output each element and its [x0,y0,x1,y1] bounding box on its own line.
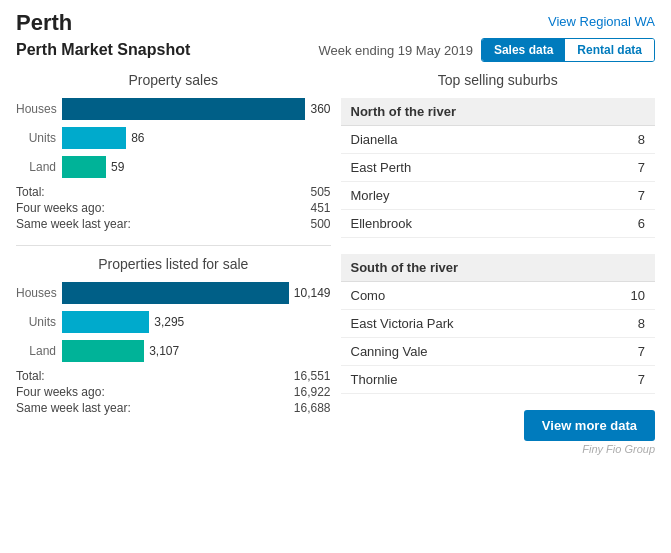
suburb-name-evp: East Victoria Park [351,316,454,331]
stats-row-total-sales: Total: 505 [16,185,331,199]
bar-track-land-sales: 59 [62,156,331,178]
bar-value-units-listed: 3,295 [154,315,184,329]
suburb-count-ellenbrook: 6 [638,216,645,231]
watermark: Finy Fio Group [341,443,656,455]
tab-sales[interactable]: Sales data [482,39,565,61]
header-row: Perth Market Snapshot Week ending 19 May… [16,38,655,62]
top-bar: Perth View Regional WA [16,10,655,36]
suburb-name-como: Como [351,288,386,303]
stats-row-4wk-listed: Four weeks ago: 16,922 [16,385,331,399]
suburb-row-ellenbrook: Ellenbrook 6 [341,210,656,238]
suburb-count-como: 10 [631,288,645,303]
south-suburbs-section: South of the river Como 10 East Victoria… [341,254,656,394]
bar-value-houses-listed: 10,149 [294,286,331,300]
bar-label-houses-listed: Houses [16,286,62,300]
properties-listed-section: Properties listed for sale Houses 10,149… [16,256,331,415]
bar-track-units-listed: 3,295 [62,311,331,333]
right-col: Top selling suburbs North of the river D… [341,72,656,455]
suburb-row-morley: Morley 7 [341,182,656,210]
suburb-count-canningvale: 7 [638,344,645,359]
bar-track-units-sales: 86 [62,127,331,149]
property-sales-title: Property sales [16,72,331,88]
stats-label-total-sales: Total: [16,185,45,199]
stats-val-lastyear-sales: 500 [310,217,330,231]
bar-label-units-listed: Units [16,315,62,329]
suburb-count-evp: 8 [638,316,645,331]
suburb-name-canningvale: Canning Vale [351,344,428,359]
tab-rental[interactable]: Rental data [565,39,654,61]
stats-row-lastyear-listed: Same week last year: 16,688 [16,401,331,415]
bar-track-houses-listed: 10,149 [62,282,331,304]
stats-val-total-sales: 505 [310,185,330,199]
top-selling-title: Top selling suburbs [341,72,656,88]
suburb-row-thornlie: Thornlie 7 [341,366,656,394]
bar-row-houses-sales: Houses 360 [16,98,331,120]
bar-track-houses-sales: 360 [62,98,331,120]
suburb-name-eastperth: East Perth [351,160,412,175]
north-suburbs-section: North of the river Dianella 8 East Perth… [341,98,656,238]
properties-listed-stats: Total: 16,551 Four weeks ago: 16,922 Sam… [16,369,331,415]
suburb-name-morley: Morley [351,188,390,203]
suburb-name-ellenbrook: Ellenbrook [351,216,412,231]
suburb-row-evp: East Victoria Park 8 [341,310,656,338]
bar-label-units-sales: Units [16,131,62,145]
stats-val-lastyear-listed: 16,688 [294,401,331,415]
bar-row-units-listed: Units 3,295 [16,311,331,333]
stats-row-total-listed: Total: 16,551 [16,369,331,383]
snapshot-title: Perth Market Snapshot [16,41,190,59]
week-label: Week ending 19 May 2019 [319,43,473,58]
stats-label-total-listed: Total: [16,369,45,383]
suburb-row-como: Como 10 [341,282,656,310]
suburb-count-eastperth: 7 [638,160,645,175]
stats-label-lastyear-sales: Same week last year: [16,217,131,231]
view-regional-link[interactable]: View Regional WA [548,14,655,29]
suburb-row-dianella: Dianella 8 [341,126,656,154]
stats-label-lastyear-listed: Same week last year: [16,401,131,415]
divider-left [16,245,331,246]
bar-fill-houses-sales [62,98,305,120]
stats-label-4wk-sales: Four weeks ago: [16,201,105,215]
main-container: Perth View Regional WA Perth Market Snap… [0,0,671,465]
north-suburbs-header: North of the river [341,98,656,126]
tab-group: Sales data Rental data [481,38,655,62]
bar-label-land-sales: Land [16,160,62,174]
bar-label-land-listed: Land [16,344,62,358]
bar-value-houses-sales: 360 [310,102,330,116]
suburb-count-dianella: 8 [638,132,645,147]
main-content: Property sales Houses 360 Units 86 [16,72,655,455]
suburb-row-eastperth: East Perth 7 [341,154,656,182]
bar-fill-houses-listed [62,282,289,304]
bar-fill-units-sales [62,127,126,149]
page-title: Perth [16,10,72,36]
suburb-name-dianella: Dianella [351,132,398,147]
stats-label-4wk-listed: Four weeks ago: [16,385,105,399]
bar-row-houses-listed: Houses 10,149 [16,282,331,304]
suburb-count-morley: 7 [638,188,645,203]
bar-value-units-sales: 86 [131,131,144,145]
stats-row-4wk-sales: Four weeks ago: 451 [16,201,331,215]
suburb-row-canningvale: Canning Vale 7 [341,338,656,366]
property-sales-stats: Total: 505 Four weeks ago: 451 Same week… [16,185,331,231]
stats-val-4wk-sales: 451 [310,201,330,215]
view-more-button[interactable]: View more data [524,410,655,441]
stats-row-lastyear-sales: Same week last year: 500 [16,217,331,231]
bar-value-land-sales: 59 [111,160,124,174]
suburb-count-thornlie: 7 [638,372,645,387]
bar-fill-land-listed [62,340,144,362]
properties-listed-title: Properties listed for sale [16,256,331,272]
left-col: Property sales Houses 360 Units 86 [16,72,331,455]
bar-label-houses-sales: Houses [16,102,62,116]
header-right: Week ending 19 May 2019 Sales data Renta… [319,38,655,62]
stats-val-total-listed: 16,551 [294,369,331,383]
suburb-name-thornlie: Thornlie [351,372,398,387]
bar-value-land-listed: 3,107 [149,344,179,358]
south-suburbs-header: South of the river [341,254,656,282]
bar-row-land-listed: Land 3,107 [16,340,331,362]
stats-val-4wk-listed: 16,922 [294,385,331,399]
bar-fill-units-listed [62,311,149,333]
bar-fill-land-sales [62,156,106,178]
bar-row-units-sales: Units 86 [16,127,331,149]
bar-track-land-listed: 3,107 [62,340,331,362]
bar-row-land-sales: Land 59 [16,156,331,178]
property-sales-section: Property sales Houses 360 Units 86 [16,72,331,231]
